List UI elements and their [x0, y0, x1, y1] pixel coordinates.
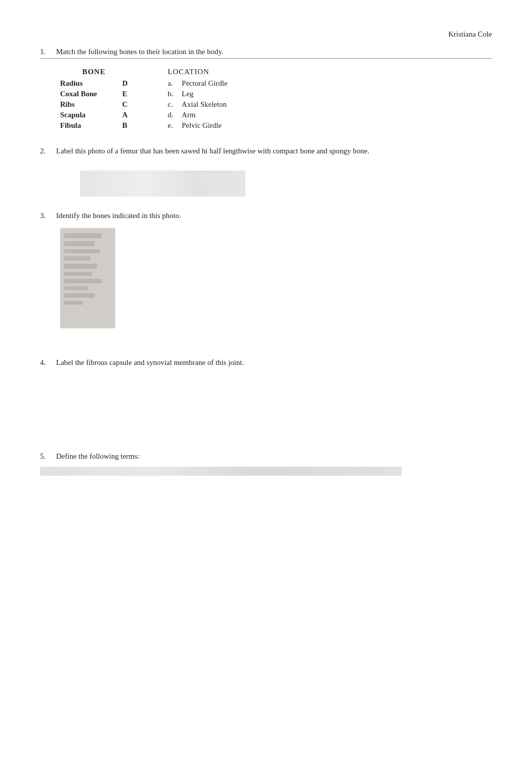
bone-row-coxal: Coxal Bone E [60, 90, 128, 98]
skel-line-1 [64, 233, 102, 238]
question-2-block: 2. Label this photo of a femur that has … [40, 147, 492, 197]
skeleton-image-area [60, 228, 115, 328]
location-row-c: c. Axial Skeleton [168, 100, 227, 109]
skel-line-2 [64, 241, 95, 246]
skel-line-5 [64, 264, 97, 269]
bone-column: BONE Radius D Coxal Bone E Ribs C Scapul… [60, 68, 128, 132]
question-2-number: 2. [40, 147, 56, 155]
question-3-block: 3. Identify the bones indicated in this … [40, 212, 492, 328]
matching-table: BONE Radius D Coxal Bone E Ribs C Scapul… [60, 68, 492, 132]
bone-letter-scapula: A [122, 111, 128, 119]
bone-column-header: BONE [60, 68, 128, 76]
question-1-header: 1. Match the following bones to their lo… [40, 48, 492, 59]
location-row-e: e. Pelvic Girdle [168, 121, 227, 130]
location-letter-a: a. [168, 79, 179, 88]
question-5-header: 5. Define the following terms: [40, 452, 492, 461]
femur-image-area [60, 170, 492, 197]
question-5-number: 5. [40, 452, 56, 461]
question-5-text: Define the following terms: [56, 452, 139, 461]
femur-image [80, 170, 245, 197]
bone-letter-radius: D [122, 79, 128, 88]
location-letter-b: b. [168, 90, 179, 98]
joint-image-space [40, 367, 492, 437]
location-letter-d: d. [168, 111, 179, 119]
bone-row-ribs: Ribs C [60, 100, 128, 109]
question-1-text: Match the following bones to their locat… [56, 48, 223, 56]
bone-row-scapula: Scapula A [60, 111, 128, 119]
question-4-number: 4. [40, 358, 56, 367]
question-1-number: 1. [40, 48, 56, 56]
question-1-block: 1. Match the following bones to their lo… [40, 48, 492, 132]
location-row-d: d. Arm [168, 111, 227, 119]
question-4-header: 4. Label the fibrous capsule and synovia… [40, 358, 492, 367]
skel-line-10 [64, 301, 83, 305]
bone-row-fibula: Fibula B [60, 121, 128, 130]
location-name-axial: Axial Skeleton [182, 100, 227, 109]
bone-letter-fibula: B [122, 121, 127, 130]
bone-name-fibula: Fibula [60, 121, 110, 130]
question-3-text: Identify the bones indicated in this pho… [56, 212, 181, 220]
location-row-b: b. Leg [168, 90, 227, 98]
question-4-block: 4. Label the fibrous capsule and synovia… [40, 358, 492, 437]
question-2-header: 2. Label this photo of a femur that has … [40, 147, 492, 155]
question-3-number: 3. [40, 212, 56, 220]
skel-line-9 [64, 293, 95, 298]
blurred-bottom-text [40, 467, 402, 476]
location-column: LOCATION a. Pectoral Girdle b. Leg c. Ax… [168, 68, 227, 132]
skel-line-3 [64, 249, 100, 253]
question-3-header: 3. Identify the bones indicated in this … [40, 212, 492, 220]
location-name-pectoral: Pectoral Girdle [182, 79, 227, 88]
location-row-a: a. Pectoral Girdle [168, 79, 227, 88]
skel-line-6 [64, 272, 92, 276]
bone-name-coxal: Coxal Bone [60, 90, 110, 98]
question-5-block: 5. Define the following terms: [40, 452, 492, 476]
location-name-pelvic: Pelvic Girdle [182, 121, 222, 130]
bone-letter-coxal: E [122, 90, 127, 98]
skel-line-4 [64, 256, 90, 261]
skel-line-8 [64, 286, 88, 290]
bone-letter-ribs: C [122, 100, 128, 109]
bone-name-radius: Radius [60, 79, 110, 88]
question-4-text: Label the fibrous capsule and synovial m… [56, 358, 244, 367]
skel-line-7 [64, 279, 102, 283]
location-name-arm: Arm [182, 111, 196, 119]
author-name: Kristiana Cole [40, 30, 492, 39]
bone-row-radius: Radius D [60, 79, 128, 88]
location-column-header: LOCATION [168, 68, 227, 76]
bone-name-ribs: Ribs [60, 100, 110, 109]
question-2-text: Label this photo of a femur that has bee… [56, 147, 369, 155]
location-name-leg: Leg [182, 90, 193, 98]
location-letter-e: e. [168, 121, 179, 130]
location-letter-c: c. [168, 100, 179, 109]
bone-name-scapula: Scapula [60, 111, 110, 119]
